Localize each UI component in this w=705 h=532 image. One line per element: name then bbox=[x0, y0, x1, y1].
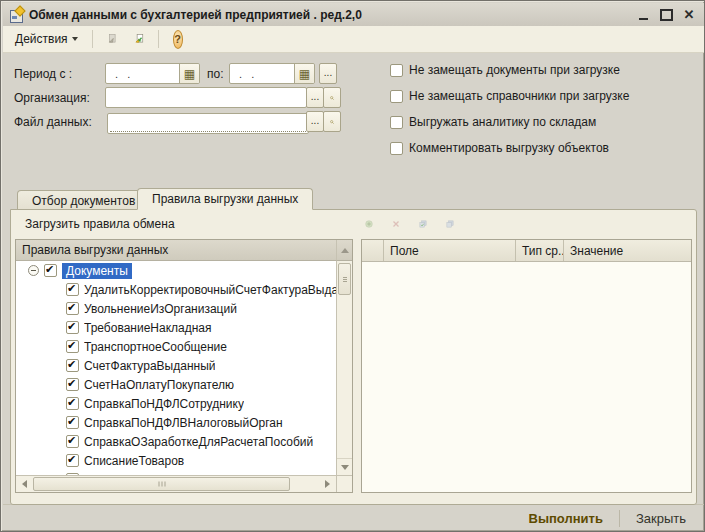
checkbox-icon[interactable] bbox=[66, 321, 79, 334]
arrow-up-icon bbox=[341, 248, 349, 253]
period-to-field[interactable]: . . ▦ bbox=[229, 63, 315, 84]
load-settings-button[interactable] bbox=[100, 28, 124, 50]
minimize-icon[interactable] bbox=[636, 8, 650, 22]
checkbox-icon[interactable] bbox=[66, 283, 79, 296]
period-ellipsis-button[interactable]: ... bbox=[319, 63, 337, 84]
option-label: Не замещать справочники при загрузке bbox=[409, 89, 629, 103]
filter-table-body[interactable] bbox=[362, 262, 691, 492]
data-file-lookup-button[interactable] bbox=[323, 111, 341, 132]
arrow-left-icon bbox=[22, 480, 27, 488]
option-label: Выгружать аналитику по складам bbox=[409, 115, 596, 129]
tree-item-label: УвольнениеИзОрганизаций bbox=[84, 302, 237, 316]
vertical-scrollbar[interactable] bbox=[336, 261, 352, 475]
scroll-right-button[interactable] bbox=[319, 476, 336, 492]
organization-lookup-button[interactable] bbox=[323, 87, 341, 108]
checkbox-icon[interactable] bbox=[44, 264, 57, 277]
delete-icon bbox=[392, 216, 400, 232]
tab-document-selection[interactable]: Отбор документов bbox=[17, 190, 150, 210]
checkbox-icon[interactable] bbox=[66, 340, 79, 353]
tree-item[interactable]: СправкаПоНДФЛВНалоговыйОрган bbox=[16, 413, 336, 432]
scroll-up-button[interactable] bbox=[336, 240, 352, 261]
footer-button-bar: Выполнить Закрыть bbox=[3, 505, 704, 531]
option-row: Комментировать выгрузку объектов bbox=[390, 141, 609, 155]
scrollbar-thumb[interactable] bbox=[338, 263, 351, 295]
tree-item[interactable]: СписаниеТоваров bbox=[16, 451, 336, 470]
save-settings-icon bbox=[134, 31, 144, 47]
scroll-down-button[interactable] bbox=[337, 458, 352, 475]
data-file-field[interactable] bbox=[107, 113, 309, 134]
tree-item[interactable]: СчетНаОплатуПокупателю bbox=[16, 375, 336, 394]
add-icon bbox=[365, 215, 373, 233]
close-icon[interactable]: ✕ bbox=[682, 8, 696, 22]
tree-item[interactable]: ТранспортноеСообщение bbox=[16, 337, 336, 356]
checkbox-icon[interactable] bbox=[66, 416, 79, 429]
calendar-button[interactable]: ▦ bbox=[294, 64, 314, 83]
window-controls: ✕ bbox=[636, 8, 698, 22]
execute-button[interactable]: Выполнить bbox=[521, 509, 611, 528]
filter-toolbar bbox=[359, 214, 460, 234]
delete-row-button[interactable] bbox=[386, 214, 406, 234]
tab-label: Отбор документов bbox=[32, 194, 135, 208]
organization-ellipsis-button[interactable]: ... bbox=[306, 87, 324, 108]
option-row: Не замещать справочники при загрузке bbox=[390, 89, 629, 103]
maximize-icon[interactable] bbox=[659, 8, 673, 22]
horizontal-scrollbar[interactable] bbox=[16, 475, 336, 492]
tree-body: Документы УдалитьКорректировочныйСчетФак… bbox=[16, 261, 336, 475]
calendar-button[interactable]: ▦ bbox=[179, 64, 199, 83]
tree-column-header[interactable]: Правила выгрузки данных bbox=[16, 240, 336, 261]
chevron-down-icon bbox=[72, 37, 78, 41]
tree-root-row[interactable]: Документы bbox=[16, 261, 336, 280]
copy-rows-button[interactable] bbox=[440, 214, 460, 234]
tree-item[interactable]: СправкаОЗаработкеДляРасчетаПособий bbox=[16, 432, 336, 451]
scrollbar-thumb[interactable] bbox=[33, 477, 290, 491]
stacked-squares-icon bbox=[446, 215, 454, 233]
load-exchange-rules-button[interactable]: Загрузить правила обмена bbox=[21, 215, 179, 233]
checkbox-icon[interactable] bbox=[390, 116, 403, 129]
period-from-field[interactable]: . . ▦ bbox=[105, 63, 200, 84]
help-button[interactable]: ? bbox=[166, 28, 190, 50]
tree-item-label: СчетФактураВыданный bbox=[84, 359, 215, 373]
tree-item-label: ТранспортноеСообщение bbox=[84, 340, 227, 354]
data-file-label: Файл данных: bbox=[14, 115, 92, 129]
add-row-button[interactable] bbox=[359, 214, 379, 234]
collapse-icon[interactable] bbox=[28, 265, 39, 276]
column-header-marker[interactable] bbox=[362, 240, 384, 261]
checkbox-icon[interactable] bbox=[66, 378, 79, 391]
column-header-value[interactable]: Значение bbox=[564, 240, 691, 261]
window-form-icon bbox=[9, 7, 24, 22]
help-icon: ? bbox=[173, 30, 183, 49]
scroll-left-button[interactable] bbox=[16, 476, 33, 492]
save-settings-button[interactable] bbox=[127, 28, 151, 50]
load-settings-icon bbox=[107, 31, 117, 47]
organization-field[interactable] bbox=[105, 87, 307, 108]
tree-item[interactable]: СправкаПоНДФЛСотруднику bbox=[16, 394, 336, 413]
set-flags-button[interactable] bbox=[413, 214, 433, 234]
checkbox-icon[interactable] bbox=[390, 142, 403, 155]
tree-item[interactable]: ТребованиеНакладная bbox=[16, 318, 336, 337]
checkbox-icon[interactable] bbox=[66, 435, 79, 448]
tree-item-label: СправкаОЗаработкеДляРасчетаПособий bbox=[84, 435, 313, 449]
checkbox-icon[interactable] bbox=[66, 359, 79, 372]
checkbox-icon[interactable] bbox=[66, 454, 79, 467]
option-row: Не замещать документы при загрузке bbox=[390, 63, 620, 77]
option-row: Выгружать аналитику по складам bbox=[390, 115, 596, 129]
checkbox-icon[interactable] bbox=[66, 397, 79, 410]
tab-export-rules[interactable]: Правила выгрузки данных bbox=[137, 188, 313, 210]
data-file-ellipsis-button[interactable]: ... bbox=[306, 111, 324, 132]
toolbar: Действия ? bbox=[3, 26, 704, 53]
column-header-comparison[interactable]: Тип ср... bbox=[516, 240, 564, 261]
title-bar: Обмен данными с бухгалтерией предприятие… bbox=[3, 3, 704, 26]
tree-root-label[interactable]: Документы bbox=[62, 263, 132, 279]
tree-item[interactable]: УдалитьКорректировочныйСчетФактураВыданн… bbox=[16, 280, 336, 299]
magnifier-icon bbox=[330, 92, 334, 104]
checkbox-icon[interactable] bbox=[390, 90, 403, 103]
actions-menu-button[interactable]: Действия bbox=[8, 29, 85, 50]
checkbox-icon[interactable] bbox=[66, 302, 79, 315]
tree-item[interactable]: СчетФактураВыданный bbox=[16, 356, 336, 375]
checkbox-icon[interactable] bbox=[390, 64, 403, 77]
footer-divider bbox=[619, 510, 620, 527]
close-button[interactable]: Закрыть bbox=[628, 509, 694, 528]
tree-item[interactable]: УвольнениеИзОрганизаций bbox=[16, 299, 336, 318]
tree-item-label: СправкаПоНДФЛСотруднику bbox=[84, 397, 244, 411]
column-header-field[interactable]: Поле bbox=[384, 240, 516, 261]
